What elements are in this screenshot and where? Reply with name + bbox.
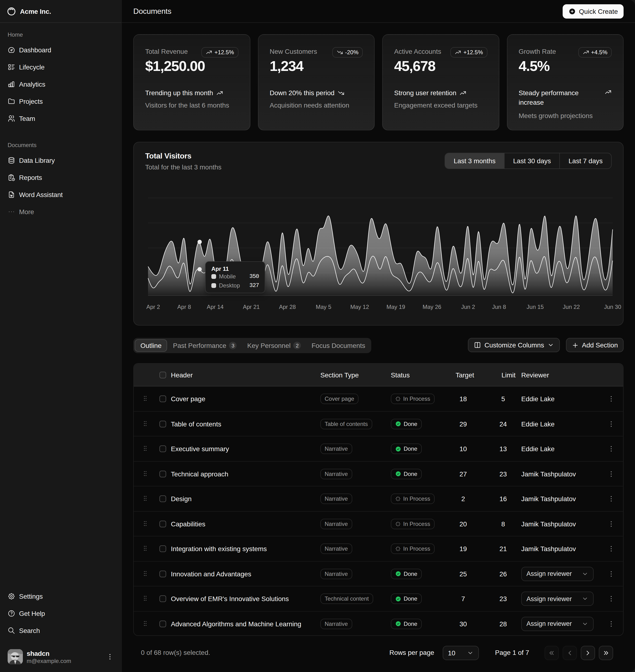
- svg-text:Apr 2: Apr 2: [146, 304, 160, 310]
- svg-text:Apr 14: Apr 14: [207, 304, 224, 310]
- svg-text:May 12: May 12: [350, 304, 369, 310]
- svg-text:Apr 21: Apr 21: [243, 304, 260, 310]
- svg-text:May 26: May 26: [422, 304, 441, 310]
- svg-text:May 5: May 5: [316, 304, 331, 310]
- svg-text:Jun 2: Jun 2: [461, 304, 475, 310]
- svg-text:May 19: May 19: [387, 304, 405, 310]
- svg-text:Apr 8: Apr 8: [177, 304, 191, 310]
- svg-text:Jun 8: Jun 8: [492, 304, 506, 310]
- svg-text:Jun 30: Jun 30: [604, 304, 621, 310]
- svg-text:Apr 28: Apr 28: [279, 304, 296, 310]
- svg-text:Jun 15: Jun 15: [527, 304, 544, 310]
- svg-text:Jun 22: Jun 22: [563, 304, 580, 310]
